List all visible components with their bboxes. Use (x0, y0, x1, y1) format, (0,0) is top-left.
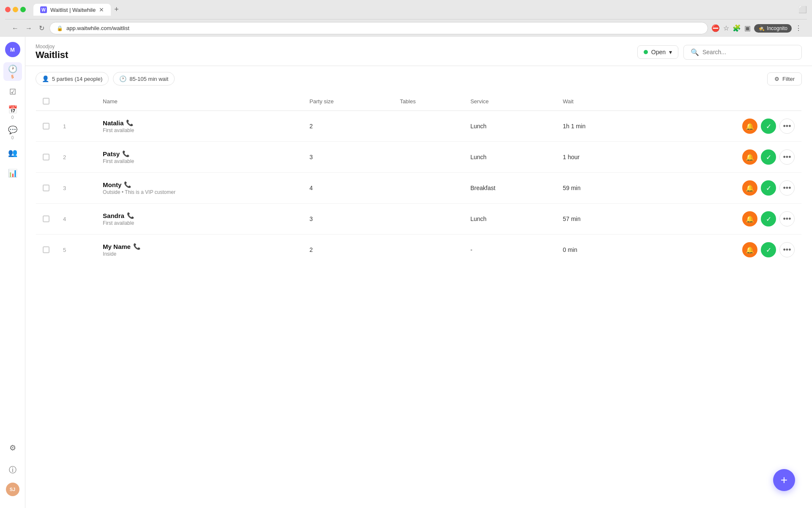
row-actions: 🔔 ✓ ••• (643, 235, 801, 265)
select-all-header (36, 92, 57, 111)
row-tables (393, 111, 464, 142)
checkin-button[interactable]: ✓ (761, 242, 776, 257)
sidebar-item-appointments[interactable]: 📅 0 (3, 103, 22, 121)
row-wait: 0 min (556, 235, 643, 265)
sidebar-icon[interactable]: ▣ (744, 24, 751, 32)
sidebar-item-info[interactable]: ⓘ (3, 461, 22, 479)
add-fab-button[interactable]: + (773, 469, 795, 491)
messages-icon: 💬 (8, 125, 17, 135)
tab-label: Waitlist | Waitwhile (50, 7, 96, 13)
checkin-button[interactable]: ✓ (761, 149, 776, 165)
phone-icon: 📞 (126, 119, 133, 126)
org-name: Moodjoy (36, 44, 68, 50)
checkin-button[interactable]: ✓ (761, 211, 776, 226)
incognito-icon: 🕵 (758, 25, 765, 31)
col-number (56, 92, 96, 111)
search-bar[interactable]: 🔍 (683, 45, 802, 60)
sidebar-item-queue[interactable]: 🕐 5 (3, 62, 22, 81)
filter-button[interactable]: ⚙ Filter (767, 72, 802, 86)
url-bar[interactable]: 🔒 app.waitwhile.com/waitlist (49, 22, 708, 34)
col-name: Name (96, 92, 303, 111)
row-tables (393, 204, 464, 235)
more-button[interactable]: ••• (779, 242, 795, 257)
row-name-cell: Sandra 📞 First available (96, 204, 303, 235)
minimize-dot[interactable] (13, 7, 18, 12)
messages-badge: 0 (11, 135, 14, 140)
row-party-size: 3 (303, 204, 393, 235)
notify-button[interactable]: 🔔 (742, 180, 757, 196)
notify-button[interactable]: 🔔 (742, 242, 757, 257)
table-row: 4 Sandra 📞 First available 3 Lunch 57 mi… (36, 204, 802, 235)
more-button[interactable]: ••• (779, 149, 795, 165)
extensions-icon[interactable]: 🧩 (732, 24, 741, 32)
row-actions: 🔔 ✓ ••• (643, 173, 801, 204)
queue-badge: 5 (11, 75, 14, 79)
sidebar-item-customers[interactable]: 👥 (3, 144, 22, 162)
select-all-checkbox[interactable] (43, 98, 49, 105)
col-wait: Wait (556, 92, 643, 111)
header-left: Moodjoy Waitlist (36, 44, 68, 61)
browser-dots (5, 7, 26, 12)
checkin-button[interactable]: ✓ (761, 180, 776, 196)
status-button[interactable]: Open ▾ (637, 45, 678, 59)
sidebar-item-settings[interactable]: ⚙ (3, 439, 22, 457)
toolbar: 👤 5 parties (14 people) 🕐 85-105 min wai… (25, 66, 812, 91)
row-checkbox[interactable] (43, 185, 49, 191)
page-title: Waitlist (36, 50, 68, 61)
incognito-badge: 🕵 Incognito (754, 24, 792, 33)
guest-sub: Outside • This is a VIP customer (103, 189, 296, 195)
phone-icon: 📞 (133, 243, 140, 250)
row-checkbox-cell (36, 142, 57, 173)
guest-sub: Inside (103, 251, 296, 257)
sidebar-item-messages[interactable]: 💬 0 (3, 123, 22, 142)
tab-favicon: W (40, 6, 47, 13)
parties-pill[interactable]: 👤 5 parties (14 people) (36, 72, 109, 86)
maximize-dot[interactable] (20, 7, 26, 12)
wait-pill[interactable]: 🕐 85-105 min wait (113, 72, 175, 86)
row-checkbox[interactable] (43, 246, 49, 253)
search-input[interactable] (702, 49, 795, 55)
main-content: Moodjoy Waitlist Open ▾ 🔍 👤 5 (25, 37, 812, 508)
row-party-size: 2 (303, 235, 393, 265)
phone-icon: 📞 (124, 181, 131, 188)
screenshare-icon: ⛔ (711, 24, 720, 32)
more-button[interactable]: ••• (779, 211, 795, 226)
browser-toolbar-icons: ⛔ ☆ 🧩 ▣ 🕵 Incognito ⋮ (711, 24, 802, 33)
forward-button[interactable]: → (24, 23, 34, 34)
header: Moodjoy Waitlist Open ▾ 🔍 (25, 37, 812, 66)
active-tab[interactable]: W Waitlist | Waitwhile ✕ (33, 4, 111, 16)
notify-button[interactable]: 🔔 (742, 211, 757, 226)
user-avatar[interactable]: SJ (6, 483, 19, 496)
guest-name: Monty 📞 (103, 181, 296, 188)
row-wait: 1 hour (556, 142, 643, 173)
reload-button[interactable]: ↻ (37, 22, 46, 34)
browser-titlebar: W Waitlist | Waitwhile ✕ + ⬜ (5, 3, 807, 16)
notify-button[interactable]: 🔔 (742, 119, 757, 134)
row-checkbox[interactable] (43, 154, 49, 160)
row-wait: 1h 1 min (556, 111, 643, 142)
row-checkbox[interactable] (43, 123, 49, 130)
row-number: 4 (56, 204, 96, 235)
close-dot[interactable] (5, 7, 11, 12)
sidebar-item-analytics[interactable]: 📊 (3, 164, 22, 182)
tab-close-button[interactable]: ✕ (99, 6, 104, 13)
back-button[interactable]: ← (10, 23, 20, 34)
row-checkbox[interactable] (43, 215, 49, 222)
row-number: 5 (56, 235, 96, 265)
more-button[interactable]: ••• (779, 119, 795, 134)
new-tab-button[interactable]: + (111, 3, 122, 16)
browser-addressbar: ← → ↻ 🔒 app.waitwhile.com/waitlist ⛔ ☆ 🧩… (5, 19, 807, 37)
bookmark-icon[interactable]: ☆ (723, 24, 729, 32)
sidebar-item-checkin[interactable]: ☑ (3, 83, 22, 101)
more-button[interactable]: ••• (779, 180, 795, 196)
info-icon: ⓘ (9, 465, 16, 475)
app-container: M 🕐 5 ☑ 📅 0 💬 0 👥 📊 ⚙ ⓘ (0, 37, 812, 508)
checkin-button[interactable]: ✓ (761, 119, 776, 134)
menu-icon[interactable]: ⋮ (795, 24, 802, 32)
phone-icon: 📞 (127, 212, 134, 219)
notify-button[interactable]: 🔔 (742, 149, 757, 165)
row-party-size: 2 (303, 111, 393, 142)
row-name-cell: My Name 📞 Inside (96, 235, 303, 265)
row-service: Lunch (464, 204, 556, 235)
maximize-icon[interactable]: ⬜ (798, 6, 807, 14)
